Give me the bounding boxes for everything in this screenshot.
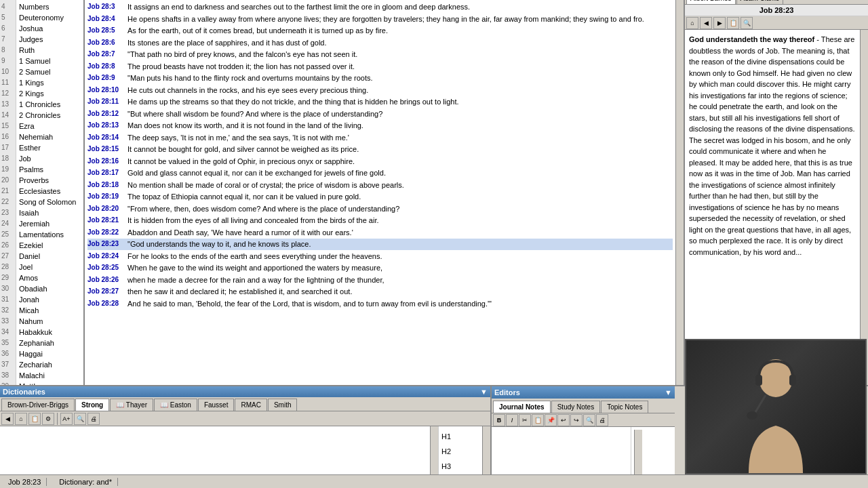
comm-tb-forward[interactable]: ▶ (713, 17, 726, 29)
book-2samuel[interactable]: 2 Samuel (16, 66, 83, 77)
book-joshua[interactable]: Joshua (16, 23, 83, 34)
verse-reference[interactable]: Job 28:3 (87, 1, 125, 13)
verse-reference[interactable]: Job 28:20 (87, 203, 125, 215)
book-joel[interactable]: Joel (16, 262, 83, 272)
verse-reference[interactable]: Job 28:4 (87, 14, 125, 25)
book-ezekiel[interactable]: Ezekiel (16, 240, 83, 251)
book-haggai[interactable]: Haggai (16, 348, 83, 359)
book-proverbs[interactable]: Proverbs (16, 175, 83, 186)
dict-h3[interactable]: H3 (441, 459, 479, 474)
verse-reference[interactable]: Job 28:19 (87, 191, 125, 203)
verse-reference[interactable]: Job 28:18 (87, 180, 125, 191)
verse-reference[interactable]: Job 28:11 (87, 96, 125, 108)
comm-tab-barnes[interactable]: Albert Barnes (686, 0, 736, 4)
comm-tb-home[interactable]: ⌂ (686, 17, 698, 29)
tab-fausset[interactable]: Fausset (198, 399, 235, 411)
book-habakkuk[interactable]: Habakkuk (16, 327, 83, 338)
tab-rmac[interactable]: RMAC (235, 399, 267, 411)
book-ruth[interactable]: Ruth (16, 45, 83, 56)
ed-tb-undo[interactable]: ↩ (557, 414, 570, 426)
ed-tb-paste[interactable]: 📌 (545, 414, 557, 426)
book-micah[interactable]: Micah (16, 305, 83, 316)
verse-reference[interactable]: Job 28:23 (87, 239, 125, 250)
tab-bdb[interactable]: Brown-Driver-Briggs (1, 399, 75, 411)
book-nehemiah[interactable]: Nehemiah (16, 131, 83, 142)
book-songofsolomon[interactable]: Song of Solomon (16, 197, 83, 207)
ed-tb-redo[interactable]: ↪ (570, 414, 583, 426)
dict-tb-font[interactable]: A+ (60, 413, 73, 425)
verse-reference[interactable]: Job 28:14 (87, 132, 125, 144)
book-deuteronomy[interactable]: Deuteronomy (16, 12, 83, 23)
book-job[interactable]: Job (16, 153, 83, 164)
verse-reference[interactable]: Job 28:24 (87, 251, 125, 262)
dict-collapse[interactable]: ▼ (480, 388, 488, 396)
dict-tb-search[interactable]: 🔍 (74, 413, 86, 425)
bible-content[interactable]: Job 28:3It assigns an end to darkness an… (85, 0, 675, 385)
verse-reference[interactable]: Job 28:7 (87, 49, 125, 60)
tab-thayer[interactable]: 📖 Thayer (110, 399, 153, 411)
book-lamentations[interactable]: Lamentations (16, 229, 83, 240)
verse-reference[interactable]: Job 28:16 (87, 156, 125, 167)
verse-reference[interactable]: Job 28:22 (87, 227, 125, 239)
verse-reference[interactable]: Job 28:21 (87, 215, 125, 226)
book-psalms[interactable]: Psalms (16, 164, 83, 175)
bible-scrollbar[interactable] (675, 0, 684, 385)
tab-strong[interactable]: Strong (75, 399, 109, 411)
verse-reference[interactable]: Job 28:25 (87, 262, 125, 274)
verse-reference[interactable]: Job 28:28 (87, 298, 125, 310)
ed-tb-search[interactable]: 🔍 (583, 414, 595, 426)
tab-topic[interactable]: Topic Notes (601, 401, 648, 413)
tab-journal[interactable]: Journal Notes (493, 401, 551, 413)
comm-scrollbar[interactable] (860, 30, 868, 385)
dict-h2[interactable]: H2 (441, 444, 479, 459)
comm-tab-clarke[interactable]: Adam Clarke (736, 0, 784, 4)
dict-tb-home[interactable]: ⌂ (15, 413, 27, 425)
comm-tb-back[interactable]: ◀ (700, 17, 712, 29)
book-amos[interactable]: Amos (16, 272, 83, 283)
verse-reference[interactable]: Job 28:26 (87, 274, 125, 286)
verse-reference[interactable]: Job 28:17 (87, 167, 125, 179)
ed-tb-font-italic[interactable]: I (506, 414, 518, 426)
book-ezra[interactable]: Ezra (16, 121, 83, 131)
book-1samuel[interactable]: 1 Samuel (16, 56, 83, 66)
dict-h1[interactable]: H1 (441, 429, 479, 444)
book-1chronicles[interactable]: 1 Chronicles (16, 99, 83, 110)
book-daniel[interactable]: Daniel (16, 251, 83, 262)
dict-tb-options[interactable]: ⚙ (42, 413, 54, 425)
verse-reference[interactable]: Job 28:10 (87, 85, 125, 96)
dict-tb-print[interactable]: 🖨 (87, 413, 100, 425)
book-zephaniah[interactable]: Zephaniah (16, 338, 83, 348)
book-2chronicles[interactable]: 2 Chronicles (16, 110, 83, 121)
tab-study[interactable]: Study Notes (551, 401, 600, 413)
book-ecclesiastes[interactable]: Ecclesiastes (16, 186, 83, 197)
comm-tb-search[interactable]: 🔍 (741, 17, 753, 29)
book-matthew[interactable]: Matthew (16, 381, 83, 385)
verse-reference[interactable]: Job 28:27 (87, 286, 125, 298)
ed-tb-cut[interactable]: ✂ (519, 414, 531, 426)
tab-easton[interactable]: 📖 Easton (154, 399, 197, 411)
book-esther[interactable]: Esther (16, 142, 83, 153)
dict-tb-copy[interactable]: 📋 (28, 413, 41, 425)
book-judges[interactable]: Judges (16, 34, 83, 45)
verse-reference[interactable]: Job 28:9 (87, 73, 125, 84)
editors-collapse[interactable]: ▼ (665, 388, 672, 396)
book-malachi[interactable]: Malachi (16, 370, 83, 381)
book-zechariah[interactable]: Zechariah (16, 359, 83, 370)
comm-tb-copy[interactable]: 📋 (727, 17, 739, 29)
book-jeremiah[interactable]: Jeremiah (16, 218, 83, 229)
ed-tb-copy[interactable]: 📋 (532, 414, 544, 426)
verse-reference[interactable]: Job 28:12 (87, 108, 125, 120)
tab-smith[interactable]: Smith (268, 399, 298, 411)
book-nahum[interactable]: Nahum (16, 316, 83, 327)
verse-reference[interactable]: Job 28:15 (87, 144, 125, 155)
verse-reference[interactable]: Job 28:5 (87, 25, 125, 37)
ed-tb-font-bold[interactable]: B (493, 414, 505, 426)
dict-tb-back[interactable]: ◀ (1, 413, 14, 425)
verse-reference[interactable]: Job 28:6 (87, 37, 125, 49)
book-jonah[interactable]: Jonah (16, 294, 83, 305)
book-1kings[interactable]: 1 Kings (16, 77, 83, 88)
book-isaiah[interactable]: Isaiah (16, 207, 83, 218)
verse-reference[interactable]: Job 28:13 (87, 120, 125, 131)
ed-tb-print[interactable]: 🖨 (596, 414, 608, 426)
book-numbers[interactable]: Numbers (16, 1, 83, 12)
